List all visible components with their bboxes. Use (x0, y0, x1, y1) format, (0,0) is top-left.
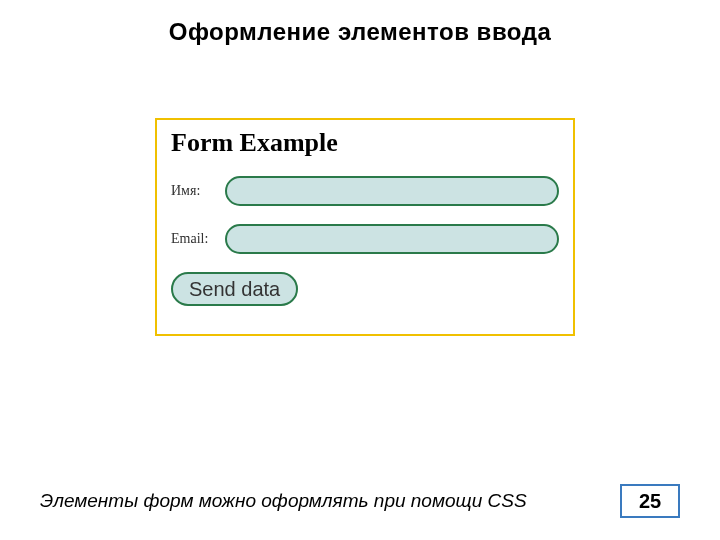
slide-title: Оформление элементов ввода (0, 0, 720, 46)
form-heading: Form Example (171, 128, 559, 158)
form-row-name: Имя: (171, 176, 559, 206)
email-label: Email: (171, 231, 217, 247)
form-row-email: Email: (171, 224, 559, 254)
submit-button[interactable]: Send data (171, 272, 298, 306)
email-input[interactable] (225, 224, 559, 254)
footer-note: Элементы форм можно оформлять при помощи… (40, 490, 527, 512)
name-label: Имя: (171, 183, 217, 199)
name-input[interactable] (225, 176, 559, 206)
form-example-box: Form Example Имя: Email: Send data (155, 118, 575, 336)
page-number: 25 (620, 484, 680, 518)
